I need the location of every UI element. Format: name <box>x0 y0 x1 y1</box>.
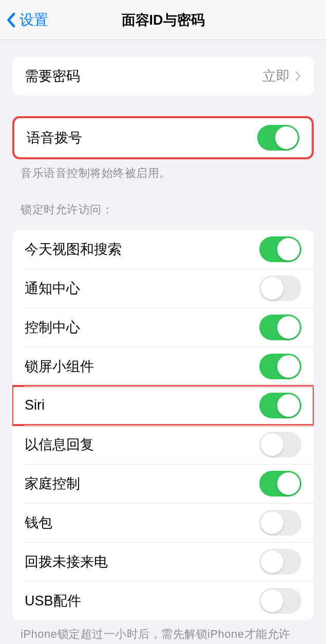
toggle-knob <box>277 394 300 417</box>
voice-dial-toggle[interactable] <box>257 125 299 151</box>
lock-access-row: 通知中心 <box>12 269 314 308</box>
lock-access-toggle[interactable] <box>259 471 301 496</box>
require-passcode-label: 需要密码 <box>25 67 80 85</box>
lock-access-toggle[interactable] <box>259 275 301 301</box>
nav-header: 设置 面容ID与密码 <box>0 0 326 40</box>
lock-access-label: 钱包 <box>25 513 52 532</box>
toggle-knob <box>261 277 283 300</box>
lock-access-toggle[interactable] <box>259 354 301 379</box>
lock-access-label: 控制中心 <box>25 318 80 337</box>
lock-access-row: 以信息回复 <box>12 425 314 464</box>
chevron-right-icon <box>295 71 301 81</box>
lock-access-header: 锁定时允许访问： <box>0 181 326 224</box>
toggle-knob <box>261 590 283 612</box>
toggle-knob <box>277 316 300 339</box>
lock-access-toggle[interactable] <box>259 236 301 262</box>
lock-access-footer: iPhone锁定超过一小时后，需先解锁iPhone才能允许USB配件连接。 <box>0 620 326 644</box>
back-button[interactable]: 设置 <box>0 10 48 30</box>
lock-access-toggle[interactable] <box>259 315 301 340</box>
lock-access-row: 家庭控制 <box>12 464 314 503</box>
lock-access-label: 家庭控制 <box>25 474 80 493</box>
voice-dial-row: 语音拨号 <box>14 118 312 157</box>
lock-access-label: 锁屏小组件 <box>25 357 94 376</box>
lock-access-label: 通知中心 <box>25 279 80 298</box>
lock-access-toggle[interactable] <box>259 510 301 536</box>
back-label: 设置 <box>20 10 48 30</box>
voice-dial-footer: 音乐语音控制将始终被启用。 <box>0 159 326 181</box>
toggle-knob <box>261 511 283 534</box>
lock-access-row: Siri <box>12 386 314 425</box>
voice-dial-group: 语音拨号 <box>12 116 314 159</box>
toggle-knob <box>261 433 283 456</box>
lock-access-label: USB配件 <box>25 592 81 610</box>
page-title: 面容ID与密码 <box>0 11 326 29</box>
lock-access-row: 钱包 <box>12 503 314 542</box>
lock-access-group: 今天视图和搜索通知中心控制中心锁屏小组件Siri以信息回复家庭控制钱包回拨未接来… <box>12 230 314 620</box>
lock-access-label: 回拨未接来电 <box>25 553 108 571</box>
lock-access-label: 今天视图和搜索 <box>25 240 122 259</box>
lock-access-label: 以信息回复 <box>25 435 94 454</box>
toggle-knob <box>275 126 298 149</box>
lock-access-row: 回拨未接来电 <box>12 542 314 581</box>
lock-access-row: USB配件 <box>12 581 314 620</box>
lock-access-row: 锁屏小组件 <box>12 347 314 386</box>
lock-access-row: 今天视图和搜索 <box>12 230 314 269</box>
require-passcode-group: 需要密码 立即 <box>12 57 314 96</box>
lock-access-row: 控制中心 <box>12 308 314 347</box>
toggle-knob <box>277 472 300 495</box>
chevron-left-icon <box>6 12 15 28</box>
voice-dial-label: 语音拨号 <box>27 128 82 147</box>
lock-access-toggle[interactable] <box>259 549 301 575</box>
toggle-knob <box>261 550 283 573</box>
lock-access-toggle[interactable] <box>259 432 301 457</box>
require-passcode-value: 立即 <box>262 67 301 85</box>
toggle-knob <box>277 355 300 378</box>
lock-access-toggle[interactable] <box>259 393 301 418</box>
require-passcode-row[interactable]: 需要密码 立即 <box>12 57 314 96</box>
lock-access-label: Siri <box>25 397 45 413</box>
toggle-knob <box>277 238 300 261</box>
lock-access-toggle[interactable] <box>259 588 301 614</box>
